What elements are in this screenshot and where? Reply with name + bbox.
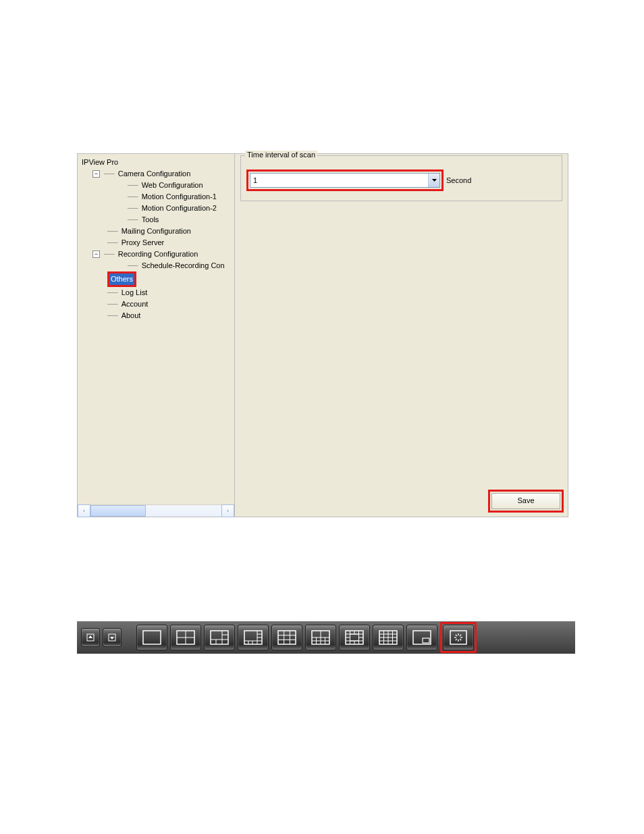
scan-icon (450, 630, 467, 645)
layout-1-icon (142, 630, 161, 645)
svg-rect-22 (278, 631, 296, 644)
tree-item-label: Tools (140, 214, 161, 226)
tree-schedule-recording[interactable]: ── Schedule-Recording Con (80, 260, 234, 271)
layout-16-button[interactable] (373, 625, 404, 650)
svg-line-57 (460, 639, 461, 640)
svg-rect-53 (450, 631, 466, 644)
layout-16-icon (379, 630, 398, 645)
content-panel: Time interval of scan Second Save (235, 154, 568, 517)
tree-camera-config[interactable]: − ── Camera Configuration (80, 168, 234, 180)
layout-4-icon (176, 630, 195, 645)
chevron-right-icon: › (227, 508, 229, 514)
chevron-left-icon: ‹ (83, 508, 85, 514)
highlight-scan (440, 622, 477, 653)
svg-marker-0 (432, 179, 437, 182)
svg-marker-4 (110, 637, 114, 640)
scan-button[interactable] (443, 625, 474, 650)
svg-line-61 (456, 635, 457, 636)
layout-10-button[interactable] (305, 625, 336, 650)
highlight-interval (246, 170, 444, 191)
tree-item-label: Log List (120, 287, 149, 298)
tree-item-label: Proxy Server (120, 237, 166, 249)
tree-line: ── (107, 310, 118, 321)
layout-1-button[interactable] (136, 625, 167, 650)
scroll-thumb[interactable] (90, 505, 146, 517)
tree-loglist[interactable]: ── Log List (80, 287, 234, 298)
scroll-right-button[interactable]: › (221, 504, 234, 517)
tree-motion-1[interactable]: ── Motion Configuration-1 (80, 191, 234, 203)
tree-motion-2[interactable]: ── Motion Configuration-2 (80, 203, 234, 214)
page-down-button[interactable] (103, 628, 122, 647)
tree-web-config[interactable]: ── Web Configuration (80, 180, 234, 191)
tree-item-label: Web Configuration (140, 180, 205, 191)
chevron-down-icon (432, 179, 437, 182)
svg-rect-52 (423, 638, 429, 643)
layout-4-button[interactable] (170, 625, 201, 650)
layout-13-icon (345, 630, 364, 645)
tree-item-label: Recording Configuration (117, 249, 200, 260)
layout-9-button[interactable] (271, 625, 302, 650)
tree-item-label: Account (120, 298, 150, 310)
svg-marker-2 (88, 635, 92, 638)
minus-icon[interactable]: − (92, 170, 100, 178)
tree-proxy[interactable]: ── Proxy Server (80, 237, 234, 249)
layout-6-icon (210, 630, 229, 645)
tree-item-label: Schedule-Recording Con (140, 260, 226, 271)
layout-toolbar (77, 621, 575, 654)
svg-line-59 (456, 639, 457, 640)
config-tree[interactable]: IPView Pro − ── Camera Configuration ── … (78, 154, 234, 504)
tree-mailing[interactable]: ── Mailing Configuration (80, 226, 234, 237)
page-up-button[interactable] (81, 628, 100, 647)
tree-root-label: IPView Pro (80, 157, 119, 168)
tree-item-label: Camera Configuration (117, 168, 192, 180)
horizontal-scrollbar[interactable]: ‹ › (78, 504, 234, 517)
tree-item-label: Mailing Configuration (120, 226, 192, 237)
tree-line: ── (128, 214, 138, 226)
tree-about[interactable]: ── About (80, 310, 234, 321)
arrow-down-icon (107, 633, 117, 642)
tree-others[interactable]: Others (80, 271, 234, 287)
tree-tools[interactable]: ── Tools (80, 214, 234, 226)
svg-rect-35 (350, 634, 359, 641)
svg-rect-51 (413, 631, 431, 644)
scroll-track[interactable] (90, 505, 221, 517)
time-interval-groupbox: Time interval of scan Second (240, 155, 562, 201)
layout-10-icon (311, 630, 330, 645)
combobox-dropdown-button[interactable] (428, 174, 439, 187)
highlight-others: Others (107, 271, 136, 287)
interval-row: Second (246, 170, 471, 191)
layout-pip-button[interactable] (406, 625, 437, 650)
interval-unit-label: Second (446, 176, 471, 184)
tree-line: ── (128, 180, 138, 191)
svg-line-55 (460, 635, 461, 636)
tree-account[interactable]: ── Account (80, 298, 234, 310)
layout-8-icon (244, 630, 263, 645)
tree-item-label: Motion Configuration-2 (140, 203, 218, 214)
layout-6-button[interactable] (204, 625, 235, 650)
layout-8-button[interactable] (238, 625, 269, 650)
tree-item-label: About (120, 310, 142, 321)
tree-line: ── (107, 226, 118, 237)
tree-panel: IPView Pro − ── Camera Configuration ── … (78, 154, 235, 517)
layout-13-button[interactable] (339, 625, 370, 650)
tree-line: ── (104, 249, 115, 260)
scroll-left-button[interactable]: ‹ (78, 504, 90, 517)
svg-rect-9 (211, 631, 228, 644)
layout-pip-icon (412, 630, 431, 645)
tree-line: ── (107, 237, 118, 249)
tree-root-ipviewpro[interactable]: IPView Pro (80, 157, 234, 168)
tree-line: ── (107, 298, 118, 310)
interval-combobox[interactable] (250, 173, 440, 188)
tree-line: ── (107, 287, 118, 298)
arrow-up-icon (86, 633, 95, 642)
save-button[interactable]: Save (491, 493, 560, 509)
highlight-save: Save (488, 490, 564, 513)
tree-line: ── (128, 191, 138, 203)
tree-line: ── (104, 168, 115, 180)
svg-rect-5 (143, 631, 161, 644)
minus-icon[interactable]: − (92, 251, 100, 258)
groupbox-title: Time interval of scan (245, 151, 317, 159)
interval-input[interactable] (250, 174, 428, 187)
tree-recording-config[interactable]: − ── Recording Configuration (80, 249, 234, 260)
tree-line: ── (128, 260, 138, 271)
